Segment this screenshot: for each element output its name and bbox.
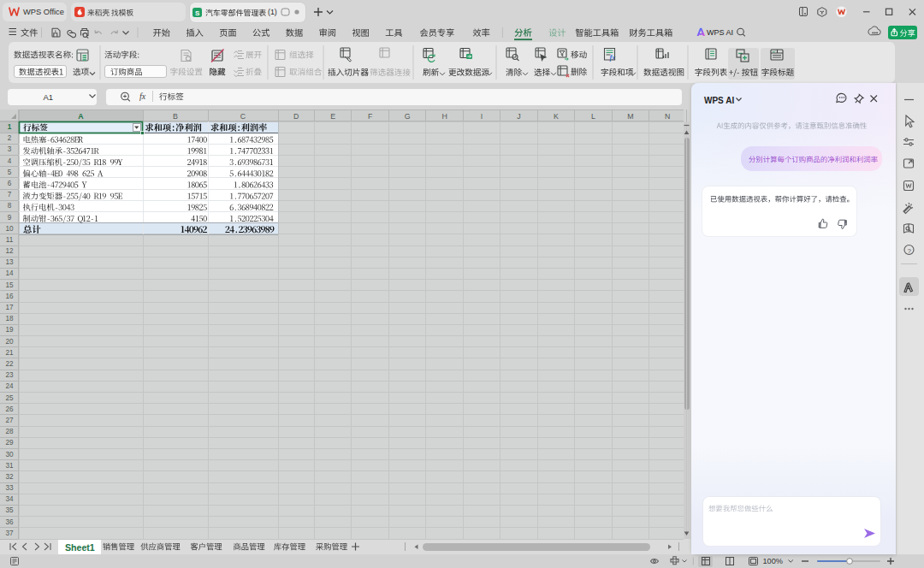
svg-text:?: ? — [908, 247, 912, 255]
svg-text:S: S — [195, 9, 200, 17]
